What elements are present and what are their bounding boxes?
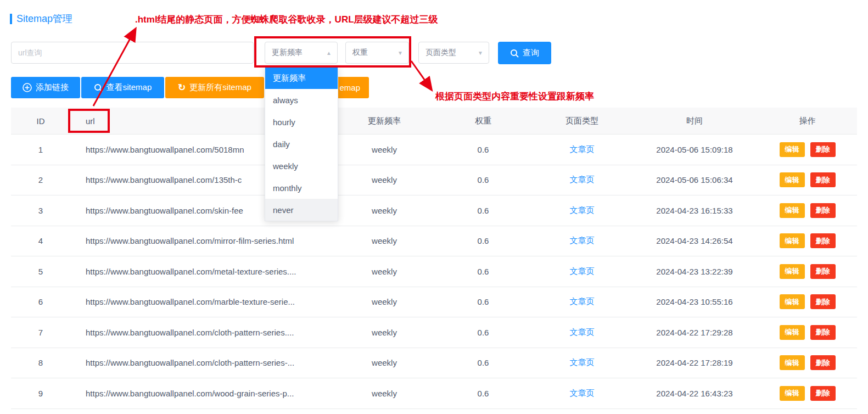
- frequency-select[interactable]: 更新频率 ▲: [265, 42, 338, 64]
- cell-id: 2: [11, 175, 70, 184]
- url-search-input[interactable]: [11, 42, 254, 64]
- plus-circle-icon: [23, 83, 32, 92]
- title-accent-bar: [10, 14, 12, 24]
- weight-select-value: 权重: [352, 48, 368, 58]
- page-title-text: Sitemap管理: [16, 12, 72, 25]
- cell-time: 2024-04-23 13:22:39: [631, 267, 758, 276]
- cell-actions: 编辑删除: [758, 386, 857, 401]
- dropdown-option-always[interactable]: always: [265, 89, 338, 111]
- dropdown-option-weekly[interactable]: weekly: [265, 155, 338, 177]
- cell-frequency: weekly: [335, 236, 434, 245]
- edit-button[interactable]: 编辑: [780, 142, 805, 157]
- cell-page-type-link[interactable]: 文章页: [533, 175, 631, 185]
- add-link-button[interactable]: 添加链接: [11, 77, 80, 98]
- page-type-link[interactable]: 文章页: [570, 388, 595, 398]
- cell-url: https://www.bangtuowallpanel.com/cloth-p…: [70, 328, 335, 337]
- weight-select[interactable]: 权重 ▼: [345, 42, 409, 64]
- cell-page-type-link[interactable]: 文章页: [533, 144, 631, 155]
- cell-weight: 0.6: [434, 297, 533, 306]
- cell-url: https://www.bangtuowallpanel.com/cloth-p…: [70, 358, 335, 367]
- dropdown-option-never[interactable]: never: [265, 199, 338, 221]
- cell-actions: 编辑删除: [758, 142, 857, 157]
- cell-page-type-link[interactable]: 文章页: [533, 296, 631, 307]
- edit-button[interactable]: 编辑: [780, 264, 805, 279]
- header-weight: 权重: [434, 116, 533, 126]
- header-page-type: 页面类型: [533, 116, 631, 126]
- frequency-select-value: 更新频率: [272, 48, 303, 58]
- page-type-select[interactable]: 页面类型 ▼: [418, 42, 489, 64]
- dropdown-option-placeholder[interactable]: 更新频率: [265, 67, 338, 89]
- cell-url: https://www.bangtuowallpanel.com/marble-…: [70, 297, 335, 306]
- cell-actions: 编辑删除: [758, 203, 857, 218]
- edit-button[interactable]: 编辑: [780, 233, 805, 248]
- delete-button[interactable]: 删除: [810, 142, 836, 157]
- cell-weight: 0.6: [434, 358, 533, 367]
- header-actions: 操作: [758, 116, 857, 126]
- delete-button[interactable]: 删除: [810, 233, 836, 248]
- cell-frequency: weekly: [335, 175, 434, 184]
- cell-frequency: weekly: [335, 206, 434, 215]
- dropdown-option-monthly[interactable]: monthly: [265, 177, 338, 199]
- cell-actions: 编辑删除: [758, 325, 857, 340]
- cell-page-type-link[interactable]: 文章页: [533, 205, 631, 216]
- cell-actions: 编辑删除: [758, 355, 857, 370]
- delete-button[interactable]: 删除: [810, 355, 836, 370]
- edit-button[interactable]: 编辑: [780, 172, 805, 187]
- page-type-link[interactable]: 文章页: [570, 175, 595, 184]
- edit-button[interactable]: 编辑: [780, 203, 805, 218]
- edit-button[interactable]: 编辑: [780, 386, 805, 401]
- page-type-link[interactable]: 文章页: [570, 236, 595, 245]
- cell-page-type-link[interactable]: 文章页: [533, 357, 631, 368]
- edit-button[interactable]: 编辑: [780, 294, 805, 309]
- table-row: 5https://www.bangtuowallpanel.com/metal-…: [11, 256, 857, 287]
- page-type-link[interactable]: 文章页: [570, 266, 595, 276]
- cell-time: 2024-04-22 16:43:23: [631, 389, 758, 398]
- cell-id: 7: [11, 328, 70, 337]
- chevron-down-icon: ▼: [397, 50, 403, 56]
- delete-button[interactable]: 删除: [810, 294, 836, 309]
- cell-page-type-link[interactable]: 文章页: [533, 236, 631, 246]
- cell-page-type-link[interactable]: 文章页: [533, 327, 631, 338]
- cell-time: 2024-04-22 17:28:19: [631, 358, 758, 367]
- delete-button[interactable]: 删除: [810, 325, 836, 340]
- page-type-link[interactable]: 文章页: [570, 327, 595, 337]
- cell-page-type-link[interactable]: 文章页: [533, 266, 631, 277]
- page-type-link[interactable]: 文章页: [570, 205, 595, 215]
- page-title: Sitemap管理: [10, 12, 72, 25]
- cell-actions: 编辑删除: [758, 172, 857, 187]
- cell-weight: 0.6: [434, 145, 533, 154]
- header-id: ID: [11, 116, 70, 126]
- page-type-link[interactable]: 文章页: [570, 296, 595, 306]
- view-sitemap-button[interactable]: 查看sitemap: [81, 77, 164, 98]
- header-time: 时间: [631, 116, 758, 126]
- page-type-link[interactable]: 文章页: [570, 144, 595, 154]
- cell-weight: 0.6: [434, 267, 533, 276]
- cell-actions: 编辑删除: [758, 264, 857, 279]
- delete-button[interactable]: 删除: [810, 386, 836, 401]
- cell-weight: 0.6: [434, 236, 533, 245]
- delete-button[interactable]: 删除: [810, 264, 836, 279]
- update-all-sitemap-button[interactable]: ↻ 更新所有sitemap: [165, 77, 264, 98]
- cell-actions: 编辑删除: [758, 294, 857, 309]
- delete-button[interactable]: 删除: [810, 203, 836, 218]
- table-row: 4https://www.bangtuowallpanel.com/mirror…: [11, 226, 857, 257]
- search-icon: [94, 83, 103, 92]
- cell-id: 9: [11, 389, 70, 398]
- page-type-link[interactable]: 文章页: [570, 357, 595, 367]
- search-button[interactable]: 查询: [498, 42, 551, 64]
- dropdown-option-hourly[interactable]: hourly: [265, 111, 338, 133]
- cell-time: 2024-04-23 14:26:54: [631, 236, 758, 245]
- dropdown-option-daily[interactable]: daily: [265, 133, 338, 155]
- edit-button[interactable]: 编辑: [780, 355, 805, 370]
- cell-page-type-link[interactable]: 文章页: [533, 388, 631, 399]
- cell-url: https://www.bangtuowallpanel.com/mirror-…: [70, 236, 335, 245]
- delete-button[interactable]: 删除: [810, 172, 836, 187]
- table-row: 9https://www.bangtuowallpanel.com/wood-g…: [11, 378, 857, 409]
- edit-button[interactable]: 编辑: [780, 325, 805, 340]
- cell-id: 3: [11, 206, 70, 215]
- table-row: 6https://www.bangtuowallpanel.com/marble…: [11, 287, 857, 318]
- cell-id: 4: [11, 236, 70, 245]
- frequency-dropdown: 更新频率 always hourly daily weekly monthly …: [265, 66, 338, 221]
- cell-id: 5: [11, 267, 70, 276]
- page-type-select-value: 页面类型: [425, 48, 456, 58]
